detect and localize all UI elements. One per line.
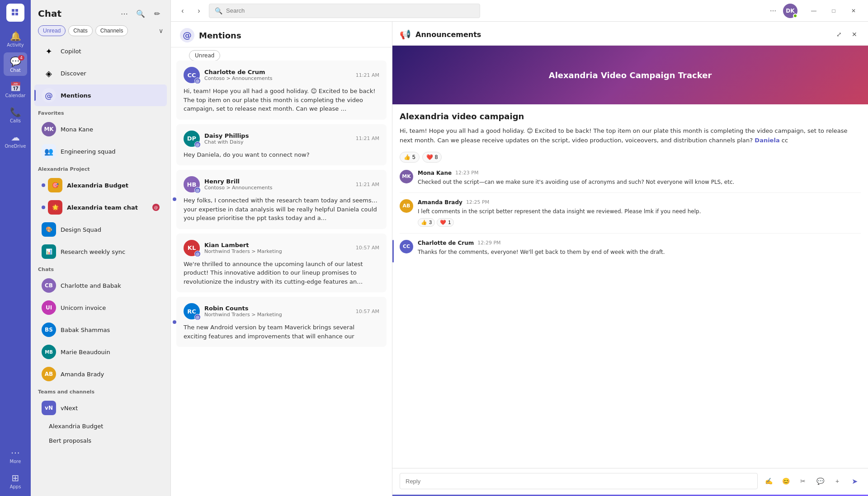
comment2-content: Amanda Brady 12:25 PM I left comments in… bbox=[418, 199, 861, 227]
sidebar-item-eng-squad[interactable]: 👥 Engineering squad bbox=[34, 140, 167, 162]
sidebar-item-research-weekly[interactable]: 📊 Research weekly sync bbox=[34, 241, 167, 262]
comment2-thumbs-up[interactable]: 👍 3 bbox=[418, 218, 435, 227]
msg1-avatar: CC @ bbox=[184, 67, 200, 83]
filter-row: Unread Chats Channels ∨ bbox=[31, 23, 170, 40]
sidebar-item-copilot[interactable]: ✦ Copilot bbox=[34, 40, 167, 62]
msg4-header: KL @ Kian Lambert Northwind Traders > Ma… bbox=[184, 240, 379, 256]
filter-unread[interactable]: Unread bbox=[38, 25, 66, 36]
maximize-button[interactable]: □ bbox=[825, 5, 843, 17]
filter-chats[interactable]: Chats bbox=[68, 25, 92, 36]
app-logo[interactable] bbox=[6, 4, 24, 22]
sidebar-item-amanda-brady[interactable]: AB Amanda Brady bbox=[34, 363, 167, 385]
ann-icon: 📢 bbox=[400, 29, 411, 40]
rail-item-calendar[interactable]: 📅 Calendar bbox=[4, 78, 27, 101]
apps-icon: ⊞ bbox=[12, 473, 19, 483]
msg3-source: Contoso > Announcements bbox=[204, 185, 351, 191]
ann-close-button[interactable]: ✕ bbox=[848, 28, 861, 41]
reaction-heart[interactable]: ❤️ 8 bbox=[422, 152, 442, 163]
msg1-sender: Charlotte de Crum bbox=[204, 69, 351, 75]
babak-shammas-name: Babak Shammas bbox=[61, 327, 160, 333]
sidebar-item-babak-shammas[interactable]: BS Babak Shammas bbox=[34, 319, 167, 341]
sidebar-item-vnext[interactable]: vN vNext bbox=[34, 397, 167, 419]
reply-more-button[interactable]: + bbox=[831, 475, 844, 487]
sidebar-item-mentions[interactable]: @ Mentions bbox=[34, 84, 167, 106]
sidebar-item-charlotte-babak[interactable]: CB Charlotte and Babak bbox=[34, 275, 167, 296]
message-card-5[interactable]: RC @ Robin Counts Northwind Traders > Ma… bbox=[176, 297, 387, 347]
unread-chip[interactable]: Unread bbox=[189, 50, 220, 61]
sidebar-compose-button[interactable]: ✏ bbox=[151, 7, 163, 20]
campaign-mention[interactable]: Daniela bbox=[755, 137, 779, 144]
research-avatar: 📊 bbox=[42, 244, 56, 259]
alexandria-project-label: Alexandria Project bbox=[31, 163, 170, 174]
window-controls: — □ ✕ bbox=[805, 5, 863, 17]
research-info: Research weekly sync bbox=[61, 248, 160, 255]
msg1-body: Hi, team! Hope you all had a good holida… bbox=[184, 87, 379, 113]
message-card-1[interactable]: CC @ Charlotte de Crum Contoso > Announc… bbox=[176, 61, 387, 120]
sidebar-item-marie-beaudouin[interactable]: MB Marie Beaudouin bbox=[34, 341, 167, 363]
reply-format-button[interactable]: ✍ bbox=[762, 475, 775, 487]
rail-item-more[interactable]: ⋯ More bbox=[4, 444, 27, 467]
close-button[interactable]: ✕ bbox=[844, 5, 863, 17]
sidebar-item-mona[interactable]: MK Mona Kane bbox=[34, 118, 167, 140]
filter-channels[interactable]: Channels bbox=[95, 25, 128, 36]
comment3-header: Charlotte de Crum 12:29 PM bbox=[418, 240, 861, 246]
reply-gif-button[interactable]: 💬 bbox=[814, 475, 826, 487]
sidebar-item-alex-budget[interactable]: 🎯 Alexandria Budget bbox=[34, 174, 167, 196]
message-card-3[interactable]: HB @ Henry Brill Contoso > Announcements… bbox=[176, 170, 387, 229]
reply-send-button[interactable]: ➤ bbox=[848, 475, 861, 487]
user-avatar[interactable]: DK bbox=[783, 4, 797, 18]
sidebar-actions: ⋯ 🔍 ✏ bbox=[118, 7, 163, 20]
rail-label-apps: Apps bbox=[10, 484, 21, 489]
comment2-text: I left comments in the script better rep… bbox=[418, 207, 861, 215]
message-card-4[interactable]: KL @ Kian Lambert Northwind Traders > Ma… bbox=[176, 234, 387, 293]
unicorn-invoice-info: Unicorn invoice bbox=[61, 304, 160, 311]
forward-button[interactable]: › bbox=[193, 5, 205, 17]
content-area: @ Mentions Unread CC @ Charlotte de Crum bbox=[171, 22, 868, 496]
rail-item-onedrive[interactable]: ☁ OneDrive bbox=[4, 128, 27, 152]
comment3-text: Thanks for the comments, everyone! We'll… bbox=[418, 248, 861, 256]
reply-input[interactable] bbox=[400, 473, 758, 489]
comment3-indicator bbox=[392, 240, 394, 262]
sidebar-item-alex-budget-teams[interactable]: Alexandria Budget bbox=[34, 419, 167, 433]
reaction-thumbs-up[interactable]: 👍 5 bbox=[400, 152, 420, 163]
discover-name: Discover bbox=[61, 70, 160, 77]
search-input[interactable] bbox=[226, 7, 474, 14]
reply-emoji-button[interactable]: 😊 bbox=[779, 475, 792, 487]
sidebar-item-bert-proposals[interactable]: Bert proposals bbox=[34, 434, 167, 448]
rail-item-calls[interactable]: 📞 Calls bbox=[4, 103, 27, 126]
reply-area: ✍ 😊 ✂ 💬 + ➤ bbox=[392, 468, 868, 496]
sidebar-list: ✦ Copilot ◈ Discover @ Mentions Favorite… bbox=[31, 40, 170, 496]
back-button[interactable]: ‹ bbox=[176, 5, 189, 17]
msg5-time: 10:57 AM bbox=[356, 309, 379, 314]
settings-button[interactable]: ⋯ bbox=[767, 5, 779, 17]
ann-title-area: 📢 Announcements bbox=[400, 29, 481, 40]
msg3-sender: Henry Brill bbox=[204, 178, 351, 185]
filter-expand-button[interactable]: ∨ bbox=[159, 27, 163, 34]
comment2-heart-count: 1 bbox=[448, 220, 451, 225]
rail-item-activity[interactable]: 🔔 Activity bbox=[4, 27, 27, 51]
sidebar-more-button[interactable]: ⋯ bbox=[118, 7, 131, 20]
eng-squad-info: Engineering squad bbox=[61, 148, 160, 155]
alex-team-name: Alexandria team chat bbox=[67, 204, 148, 211]
sidebar-item-unicorn-invoice[interactable]: UI Unicorn invoice bbox=[34, 297, 167, 318]
sidebar-item-design-squad[interactable]: 🎨 Design Squad bbox=[34, 219, 167, 240]
msg5-header: RC @ Robin Counts Northwind Traders > Ma… bbox=[184, 303, 379, 319]
babak-shammas-info: Babak Shammas bbox=[61, 327, 160, 333]
message-card-2[interactable]: DP @ Daisy Phillips Chat with Daisy 11:2… bbox=[176, 124, 387, 166]
comment2-heart[interactable]: ❤️ 1 bbox=[437, 218, 454, 227]
rail-item-chat[interactable]: 4 💬 Chat bbox=[4, 52, 27, 76]
campaign-banner-text: Alexandria Video Campaign Tracker bbox=[549, 70, 712, 80]
sidebar-search-button[interactable]: 🔍 bbox=[134, 7, 147, 20]
ann-title: Announcements bbox=[415, 30, 481, 39]
comment3-time: 12:29 PM bbox=[477, 240, 500, 246]
rail-item-apps[interactable]: ⊞ Apps bbox=[4, 469, 27, 492]
minimize-button[interactable]: — bbox=[805, 5, 823, 17]
ann-expand-button[interactable]: ⤢ bbox=[833, 28, 845, 41]
message-list: CC @ Charlotte de Crum Contoso > Announc… bbox=[171, 61, 392, 496]
sidebar-item-alex-team[interactable]: 🌟 Alexandria team chat @ bbox=[34, 197, 167, 218]
reply-attach-button[interactable]: ✂ bbox=[797, 475, 809, 487]
sidebar-item-discover[interactable]: ◈ Discover bbox=[34, 62, 167, 84]
comment2-thumbs-count: 3 bbox=[429, 220, 432, 225]
mona-avatar: MK bbox=[42, 122, 56, 136]
vnext-info: vNext bbox=[61, 405, 160, 412]
